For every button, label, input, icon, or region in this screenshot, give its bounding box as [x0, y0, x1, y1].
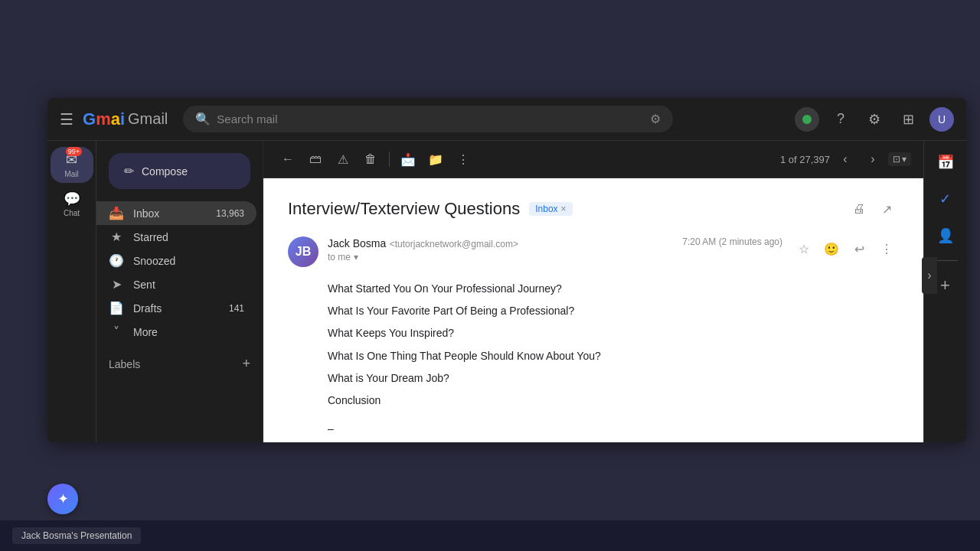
- sidebar-item-snoozed[interactable]: 🕐 Snoozed: [96, 249, 256, 272]
- more-chevron-icon: ˅: [109, 324, 124, 339]
- body-line-0: What Started You On Your Professional Jo…: [328, 279, 899, 298]
- chat-label: Chat: [64, 209, 80, 217]
- status-indicator: [795, 107, 819, 132]
- archive-button[interactable]: 🗃: [303, 147, 328, 171]
- view-chevron-icon: ▾: [902, 154, 906, 165]
- mail-label: Mail: [64, 170, 78, 178]
- snoozed-icon: 🕐: [109, 253, 124, 268]
- back-button[interactable]: ←: [276, 147, 300, 171]
- sidebar-item-sent[interactable]: ➤ Sent: [96, 272, 256, 296]
- email-actions: ☆ 🙂 ↩ ⋮: [792, 236, 899, 261]
- pagination: 1 of 27,397: [780, 154, 830, 165]
- sidebar-item-inbox[interactable]: 📥 Inbox 13,963: [96, 201, 256, 225]
- sidebar-item-drafts[interactable]: 📄 Drafts 141: [96, 296, 256, 320]
- sidebar-item-starred[interactable]: ★ Starred: [96, 225, 256, 249]
- email-time: 7:20 AM (2 minutes ago): [682, 236, 782, 247]
- gmail-window: ☰ Gmai Gmail 🔍 ⚙ ? ⚙ ⊞ U: [47, 98, 966, 442]
- sidebar: ✏ Compose 📥 Inbox 13,963 ★ Starred 🕐 Sno…: [96, 141, 263, 442]
- email-toolbar: ← 🗃 ⚠ 🗑 📩 📁 ⋮ 1 of 27,397 ‹ › ⊡: [263, 141, 923, 178]
- sender-name-row: Jack Bosma <tutorjacknetwork@gmail.com>: [328, 236, 673, 250]
- delete-button[interactable]: 🗑: [358, 147, 383, 171]
- starred-label: Starred: [133, 231, 244, 243]
- compose-label: Compose: [142, 165, 188, 178]
- snoozed-label: Snoozed: [133, 255, 244, 267]
- email-subject-row: Interview/Texterview Questions Inbox × 🖨…: [288, 197, 899, 221]
- sender-name: Jack Bosma: [328, 237, 386, 249]
- reply-button[interactable]: ↩: [847, 236, 871, 261]
- badge-close-icon[interactable]: ×: [561, 204, 567, 214]
- search-bar[interactable]: 🔍 ⚙: [183, 106, 673, 132]
- gmail-logo: Gmai Gmail: [83, 109, 168, 129]
- settings-icon[interactable]: ⚙: [862, 107, 887, 132]
- sender-avatar: JB: [288, 236, 318, 267]
- open-external-button[interactable]: ↗: [874, 197, 899, 221]
- sender-info: Jack Bosma <tutorjacknetwork@gmail.com> …: [328, 236, 673, 262]
- print-button[interactable]: 🖨: [847, 197, 871, 221]
- app-rail: ✉ 99+ Mail 💬 Chat: [47, 141, 96, 442]
- spam-button[interactable]: ⚠: [331, 147, 355, 171]
- floating-icon: ✦: [57, 491, 69, 507]
- view-toggle[interactable]: ⊡ ▾: [888, 152, 911, 166]
- prev-email-button[interactable]: ‹: [833, 147, 858, 171]
- gmail-logo-m: Gmai: [83, 109, 125, 129]
- filter-icon[interactable]: ⚙: [650, 112, 661, 126]
- rail-item-mail[interactable]: ✉ 99+ Mail: [51, 147, 93, 183]
- body-separator: –: [328, 419, 899, 439]
- body-line-3: What Is One Thing That People Should Kno…: [328, 347, 899, 366]
- email-timestamp: 7:20 AM (2 minutes ago): [682, 236, 782, 247]
- taskbar: Jack Bosma's Presentation: [0, 520, 980, 551]
- email-area: ← 🗃 ⚠ 🗑 📩 📁 ⋮ 1 of 27,397 ‹ › ⊡: [263, 141, 923, 442]
- email-subject: Interview/Texterview Questions: [288, 199, 520, 219]
- mail-badge: 99+: [66, 147, 82, 156]
- topbar: ☰ Gmai Gmail 🔍 ⚙ ? ⚙ ⊞ U: [47, 98, 966, 141]
- emoji-button[interactable]: 🙂: [819, 236, 844, 261]
- drafts-icon: 📄: [109, 301, 124, 315]
- body-line-1: What Is Your Favorite Part Of Being a Pr…: [328, 302, 899, 321]
- mail-icon: ✉ 99+: [66, 152, 77, 168]
- next-email-button[interactable]: ›: [861, 147, 885, 171]
- green-status-dot: [802, 115, 812, 124]
- toolbar-divider: [389, 152, 390, 167]
- email-header: JB Jack Bosma <tutorjacknetwork@gmail.co…: [288, 236, 899, 267]
- to-me-chevron[interactable]: ▾: [354, 252, 358, 262]
- email-content: Interview/Texterview Questions Inbox × 🖨…: [263, 178, 923, 442]
- help-icon[interactable]: ?: [828, 107, 853, 132]
- inbox-badge-text: Inbox: [535, 204, 557, 214]
- labels-add-button[interactable]: +: [242, 356, 250, 372]
- floating-action-button[interactable]: ✦: [47, 484, 78, 514]
- sidebar-item-more[interactable]: ˅ More: [96, 320, 256, 344]
- body-line-4: What is Your Dream Job?: [328, 369, 899, 388]
- to-me-label: to me: [328, 252, 351, 262]
- chat-icon: 💬: [64, 191, 80, 207]
- compose-icon: ✏: [124, 164, 134, 178]
- rail-item-chat[interactable]: 💬 Chat: [51, 186, 93, 222]
- main-content: ✉ 99+ Mail 💬 Chat ✏ Compose 📥: [47, 141, 966, 442]
- collapse-arrow[interactable]: ›: [922, 257, 937, 294]
- avatar[interactable]: U: [929, 107, 954, 132]
- more-email-button[interactable]: ⋮: [874, 236, 899, 261]
- body-line-5: Conclusion: [328, 391, 899, 410]
- labels-section: Labels +: [96, 350, 263, 378]
- tasks-icon[interactable]: ✓: [930, 184, 961, 214]
- calendar-icon[interactable]: 📅: [930, 147, 961, 178]
- more-actions-button[interactable]: ⋮: [451, 147, 475, 171]
- gmail-logo-text: Gmail: [128, 110, 168, 128]
- compose-button[interactable]: ✏ Compose: [109, 153, 250, 189]
- sent-icon: ➤: [109, 277, 124, 292]
- search-input[interactable]: [217, 112, 644, 126]
- star-button[interactable]: ☆: [792, 236, 816, 261]
- folder-button[interactable]: 📁: [423, 147, 448, 171]
- move-button[interactable]: 📩: [396, 147, 420, 171]
- starred-icon: ★: [109, 230, 124, 244]
- taskbar-presentation-item[interactable]: Jack Bosma's Presentation: [12, 527, 141, 544]
- sender-email: <tutorjacknetwork@gmail.com>: [390, 239, 518, 249]
- body-line-2: What Keeps You Inspired?: [328, 324, 899, 343]
- inbox-label: Inbox: [133, 207, 207, 220]
- sender-avatar-inner: JB: [288, 236, 318, 267]
- apps-icon[interactable]: ⊞: [896, 107, 920, 132]
- contacts-icon[interactable]: 👤: [930, 220, 961, 251]
- pagination-text: 1 of 27,397: [780, 154, 830, 165]
- search-icon: 🔍: [195, 112, 211, 126]
- email-body: What Started You On Your Professional Jo…: [328, 279, 899, 442]
- menu-icon[interactable]: ☰: [60, 110, 74, 129]
